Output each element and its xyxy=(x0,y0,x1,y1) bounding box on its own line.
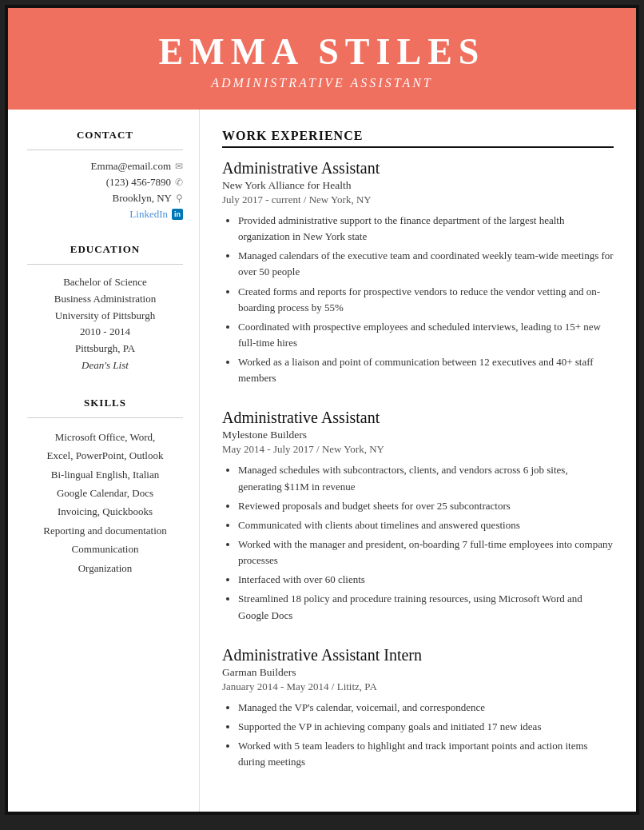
edu-honor: Dean's List xyxy=(27,357,183,374)
job-bullet: Communicated with clients about timeline… xyxy=(238,517,614,533)
location-icon: ⚲ xyxy=(176,193,183,205)
job-meta: January 2014 - May 2014 / Lititz, PA xyxy=(222,680,614,693)
job-bullet: Managed calendars of the executive team … xyxy=(238,248,614,280)
job-bullet: Created forms and reports for prospectiv… xyxy=(238,284,614,316)
job-bullet: Provided administrative support to the f… xyxy=(238,213,614,245)
job-bullet: Supported the VP in achieving company go… xyxy=(238,719,614,735)
job-title: Administrative Assistant Intern xyxy=(222,646,614,664)
education-block: Bachelor of Science Business Administrat… xyxy=(27,274,183,374)
jobs-container: Administrative AssistantNew York Allianc… xyxy=(222,159,614,770)
edu-location: Pittsburgh, PA xyxy=(27,341,183,357)
job-company: Mylestone Builders xyxy=(222,429,614,441)
contact-location: Brooklyn, NY ⚲ xyxy=(27,192,183,205)
main-content: WORK EXPERIENCE Administrative Assistant… xyxy=(200,110,636,812)
job-bullets: Managed schedules with subcontractors, c… xyxy=(222,462,614,623)
job-bullet: Managed schedules with subcontractors, c… xyxy=(238,462,614,494)
contact-linkedin[interactable]: LinkedIn in xyxy=(27,208,183,221)
contact-section: CONTACT Emma@email.com ✉ (123) 456-7890 … xyxy=(27,129,183,221)
job-bullet: Coordinated with prospective employees a… xyxy=(238,319,614,351)
job-bullet: Worked as a liaison and point of communi… xyxy=(238,354,614,386)
skills-divider xyxy=(27,417,183,418)
job-bullets: Managed the VP's calendar, voicemail, an… xyxy=(222,700,614,771)
resume: EMMA STILES ADMINISTRATIVE ASSISTANT CON… xyxy=(8,8,636,812)
linkedin-icon: in xyxy=(172,209,183,220)
job-bullet: Managed the VP's calendar, voicemail, an… xyxy=(238,700,614,716)
skill-item: Excel, PowerPoint, Outlook xyxy=(27,446,183,465)
contact-title: CONTACT xyxy=(27,129,183,142)
sidebar: CONTACT Emma@email.com ✉ (123) 456-7890 … xyxy=(8,110,200,812)
skills-section: SKILLS Microsoft Office, Word,Excel, Pow… xyxy=(27,397,183,577)
edu-university: University of Pittsburgh xyxy=(27,308,183,325)
job-bullet: Worked with 5 team leaders to highlight … xyxy=(238,738,614,770)
location-text: Brooklyn, NY xyxy=(113,192,172,205)
job-bullet: Streamlined 18 policy and procedure trai… xyxy=(238,591,614,623)
skill-item: Microsoft Office, Word, xyxy=(27,428,183,446)
job-bullet: Interfaced with over 60 clients xyxy=(238,572,614,588)
work-experience-title: WORK EXPERIENCE xyxy=(222,129,614,148)
linkedin-label: LinkedIn xyxy=(129,208,168,221)
job-company: New York Alliance for Health xyxy=(222,179,614,192)
edu-degree: Bachelor of Science xyxy=(27,274,183,291)
resume-body: CONTACT Emma@email.com ✉ (123) 456-7890 … xyxy=(8,110,636,812)
job-bullet: Worked with the manager and president, o… xyxy=(238,537,614,569)
phone-text: (123) 456-7890 xyxy=(106,176,171,189)
skill-item: Google Calendar, Docs xyxy=(27,484,183,502)
edu-major: Business Administration xyxy=(27,291,183,308)
candidate-title: ADMINISTRATIVE ASSISTANT xyxy=(40,76,604,90)
job-block: Administrative AssistantMylestone Builde… xyxy=(222,409,614,623)
skill-item: Reporting and documentation xyxy=(27,521,183,540)
job-meta: May 2014 - July 2017 / New York, NY xyxy=(222,443,614,456)
job-bullet: Reviewed proposals and budget sheets for… xyxy=(238,498,614,514)
contact-phone: (123) 456-7890 ✆ xyxy=(27,176,183,189)
education-title: EDUCATION xyxy=(27,243,183,256)
email-text: Emma@email.com xyxy=(91,160,171,173)
skill-item: Invoicing, Quickbooks xyxy=(27,502,183,521)
contact-email: Emma@email.com ✉ xyxy=(27,160,183,173)
candidate-name: EMMA STILES xyxy=(40,30,604,73)
skills-title: SKILLS xyxy=(27,397,183,409)
job-block: Administrative AssistantNew York Allianc… xyxy=(222,159,614,386)
contact-divider xyxy=(27,150,183,150)
job-company: Garman Builders xyxy=(222,666,614,679)
job-block: Administrative Assistant InternGarman Bu… xyxy=(222,646,614,771)
skill-item: Organization xyxy=(27,559,183,577)
resume-header: EMMA STILES ADMINISTRATIVE ASSISTANT xyxy=(8,8,636,110)
job-title: Administrative Assistant xyxy=(222,159,614,178)
linkedin-link[interactable]: LinkedIn in xyxy=(129,208,183,221)
education-divider xyxy=(27,264,183,265)
phone-icon: ✆ xyxy=(175,177,183,189)
skills-list: Microsoft Office, Word,Excel, PowerPoint… xyxy=(27,428,183,577)
edu-years: 2010 - 2014 xyxy=(27,324,183,341)
skill-item: Communication xyxy=(27,540,183,558)
skill-item: Bi-lingual English, Italian xyxy=(27,465,183,484)
job-meta: July 2017 - current / New York, NY xyxy=(222,194,614,206)
email-icon: ✉ xyxy=(175,161,183,173)
job-bullets: Provided administrative support to the f… xyxy=(222,213,614,386)
education-section: EDUCATION Bachelor of Science Business A… xyxy=(27,243,183,374)
job-title: Administrative Assistant xyxy=(222,409,614,427)
